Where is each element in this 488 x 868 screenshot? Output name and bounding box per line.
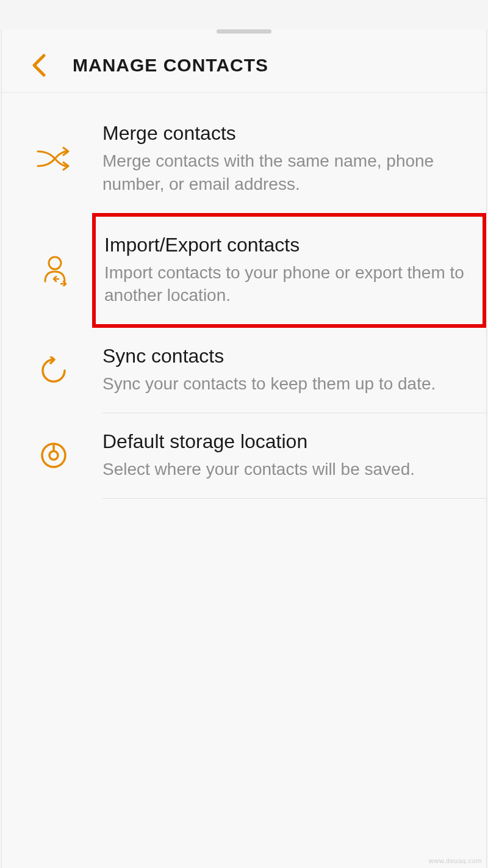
svg-point-0 bbox=[49, 257, 61, 269]
watermark: www.deuaq.com bbox=[429, 857, 482, 864]
item-description: Import contacts to your phone or export … bbox=[104, 261, 474, 308]
settings-list: Merge contacts Merge contacts with the s… bbox=[2, 93, 486, 499]
item-title: Default storage location bbox=[102, 430, 474, 453]
import-export-icon bbox=[40, 253, 74, 288]
item-title: Import/Export contacts bbox=[104, 234, 474, 256]
item-description: Sync your contacts to keep them up to da… bbox=[102, 372, 474, 396]
svg-point-2 bbox=[49, 451, 58, 460]
item-title: Sync contacts bbox=[102, 345, 474, 367]
import-export-contacts-item[interactable]: Import/Export contacts Import contacts t… bbox=[92, 213, 486, 328]
sync-icon bbox=[37, 353, 71, 388]
item-description: Merge contacts with the same name, phone… bbox=[102, 150, 474, 196]
page-title: MANAGE CONTACTS bbox=[73, 55, 268, 76]
item-description: Select where your contacts will be saved… bbox=[102, 458, 474, 481]
storage-icon bbox=[37, 438, 71, 472]
back-button[interactable] bbox=[26, 53, 51, 78]
default-storage-item[interactable]: Default storage location Select where yo… bbox=[102, 413, 486, 499]
speaker-notch bbox=[217, 29, 271, 34]
back-chevron-icon bbox=[30, 53, 46, 78]
merge-contacts-item[interactable]: Merge contacts Merge contacts with the s… bbox=[102, 105, 486, 213]
sync-contacts-item[interactable]: Sync contacts Sync your contacts to keep… bbox=[102, 328, 486, 413]
item-title: Merge contacts bbox=[102, 122, 474, 145]
header: MANAGE CONTACTS bbox=[2, 46, 486, 93]
merge-icon bbox=[37, 142, 71, 176]
